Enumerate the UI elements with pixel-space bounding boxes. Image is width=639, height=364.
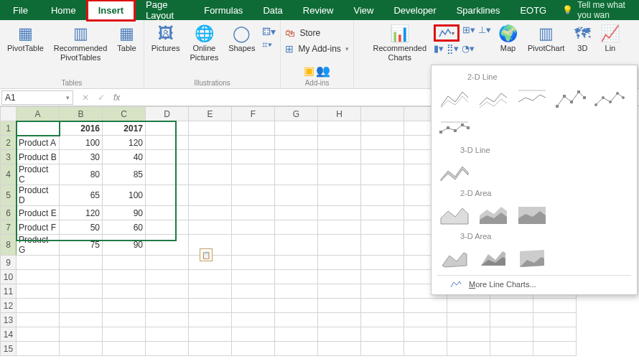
cell[interactable] [103, 313, 146, 327]
cell[interactable] [189, 313, 232, 327]
cell[interactable] [103, 270, 146, 284]
3d-line-chart-option[interactable] [437, 159, 472, 185]
cell[interactable] [361, 164, 404, 185]
cell-B8[interactable]: 75 [60, 235, 103, 256]
row-header-12[interactable]: 12 [1, 299, 17, 313]
bing-maps-icon[interactable]: ▣ [304, 64, 314, 78]
cell[interactable] [404, 313, 447, 327]
tab-file[interactable]: File [0, 1, 41, 19]
name-box[interactable]: A1 ▾ [1, 90, 73, 105]
tab-eotg[interactable]: EOTG [510, 1, 556, 19]
line-chart-option[interactable] [437, 85, 472, 111]
cell[interactable] [146, 270, 189, 284]
cell-C3[interactable]: 40 [103, 150, 146, 164]
col-header-D[interactable]: D [146, 107, 189, 121]
cell[interactable] [232, 235, 275, 256]
col-header-I[interactable] [361, 107, 404, 121]
cell[interactable] [533, 342, 577, 356]
people-graph-icon[interactable]: 👥 [316, 64, 330, 78]
cell[interactable] [447, 299, 490, 313]
cell-B5[interactable]: 65 [60, 185, 103, 206]
cell[interactable] [232, 256, 275, 270]
cell[interactable] [404, 327, 447, 342]
cell[interactable] [146, 220, 189, 235]
row-header-13[interactable]: 13 [1, 313, 17, 327]
table-button[interactable]: ▦ Table [114, 23, 139, 55]
cell-A3[interactable]: Product B [17, 150, 60, 164]
cell[interactable] [447, 313, 490, 327]
cell[interactable] [189, 185, 232, 206]
cell[interactable] [146, 164, 189, 185]
cell[interactable] [60, 327, 103, 342]
col-header-C[interactable]: C [103, 107, 146, 121]
cell[interactable] [361, 150, 404, 164]
cell[interactable] [318, 206, 361, 220]
cell-A7[interactable]: Product F [17, 220, 60, 235]
stacked-line-markers-option[interactable] [592, 85, 627, 111]
cell[interactable] [361, 284, 404, 299]
cell[interactable] [318, 164, 361, 185]
row-header-2[interactable]: 2 [1, 136, 17, 150]
col-header-A[interactable]: A [17, 107, 60, 121]
cell[interactable] [490, 327, 533, 342]
cell[interactable] [146, 284, 189, 299]
cell[interactable] [60, 284, 103, 299]
cell[interactable] [189, 121, 232, 136]
cell[interactable] [318, 342, 361, 356]
cell-B2[interactable]: 100 [60, 136, 103, 150]
cell[interactable] [146, 121, 189, 136]
cell[interactable] [146, 150, 189, 164]
cell[interactable] [275, 206, 318, 220]
cell[interactable] [232, 342, 275, 356]
cell[interactable] [60, 342, 103, 356]
cell[interactable] [275, 299, 318, 313]
cell[interactable] [60, 313, 103, 327]
cell[interactable] [361, 121, 404, 136]
fx-icon[interactable]: fx [113, 93, 120, 103]
cell[interactable] [232, 136, 275, 150]
cell[interactable] [146, 313, 189, 327]
cell[interactable] [490, 313, 533, 327]
cell[interactable] [318, 299, 361, 313]
cell-C6[interactable]: 90 [103, 206, 146, 220]
tab-home[interactable]: Home [41, 1, 86, 19]
cell[interactable] [275, 270, 318, 284]
recommended-charts-button[interactable]: 📊 Recommended Charts [370, 23, 429, 64]
cell[interactable] [189, 270, 232, 284]
cell[interactable] [275, 284, 318, 299]
cell[interactable] [404, 299, 447, 313]
screenshot-icon[interactable]: ⌗▾ [262, 39, 276, 51]
quick-analysis-icon[interactable]: 📋 [200, 248, 213, 261]
cell[interactable] [189, 284, 232, 299]
cell[interactable] [318, 284, 361, 299]
stacked-line-chart-option[interactable] [476, 85, 510, 111]
cell[interactable] [232, 150, 275, 164]
cell-A5[interactable]: Product D [17, 185, 60, 206]
tab-data[interactable]: Data [253, 1, 292, 19]
100pct-stacked-area-option[interactable] [515, 202, 549, 228]
cell-C5[interactable]: 100 [103, 185, 146, 206]
cell[interactable] [146, 136, 189, 150]
select-all-corner[interactable] [1, 107, 17, 121]
cell[interactable] [232, 206, 275, 220]
cell[interactable] [146, 327, 189, 342]
combo-chart-dropdown[interactable]: ◔▾ [462, 43, 475, 54]
area-chart-option[interactable] [437, 202, 472, 228]
maps-button[interactable]: 🌍 Map [495, 23, 521, 55]
hierarchy-chart-dropdown[interactable]: ⊞▾ [462, 24, 475, 42]
cell[interactable] [361, 313, 404, 327]
cell[interactable] [17, 256, 60, 270]
cell[interactable] [275, 342, 318, 356]
cell[interactable] [232, 270, 275, 284]
line-with-markers-option[interactable] [554, 85, 588, 111]
row-header-15[interactable]: 15 [1, 342, 17, 356]
cell[interactable] [318, 313, 361, 327]
cell[interactable] [275, 185, 318, 206]
row-header-7[interactable]: 7 [1, 220, 17, 235]
cell[interactable] [17, 342, 60, 356]
recommended-pivottables-button[interactable]: ▥ Recommended PivotTables [51, 23, 111, 64]
cell[interactable] [189, 342, 232, 356]
cell[interactable] [189, 206, 232, 220]
shapes-button[interactable]: ◯ Shapes [225, 23, 258, 55]
cell-C4[interactable]: 85 [103, 164, 146, 185]
